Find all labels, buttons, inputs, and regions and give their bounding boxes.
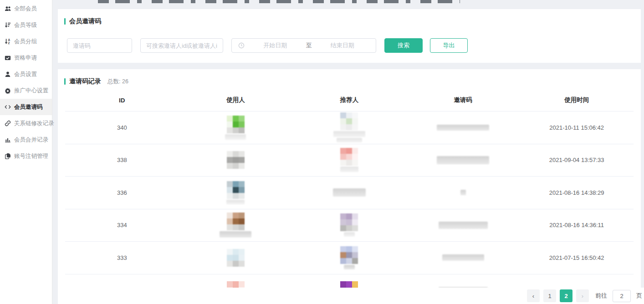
sort-amount-icon <box>5 22 11 28</box>
cell-user <box>179 151 293 169</box>
pagination-unit-label: 页 <box>636 292 642 300</box>
cell-user <box>179 281 293 288</box>
pagination-next-button[interactable]: › <box>576 289 589 302</box>
cell-id: 333 <box>65 254 179 261</box>
cell-id: 334 <box>65 222 179 228</box>
sidebar-item-label: 会员等级 <box>14 21 37 29</box>
blurred-avatar <box>227 281 245 288</box>
table-row: 333 2021-07-15 16:50:42 <box>65 241 634 274</box>
table-row: 340 2021-10-11 15:06:42 <box>65 111 634 144</box>
blurred-avatar <box>340 281 358 288</box>
sidebar-item-promotion-settings[interactable]: 推广中心设置 <box>0 82 52 99</box>
sidebar: 全部会员 会员等级 AZ 会员分组 资格申请 会员设置 推广中心设置 会员邀请码… <box>0 0 52 304</box>
cell-used-time: 2021-10-11 15:06:42 <box>520 124 634 131</box>
cell-referrer <box>292 188 406 197</box>
section-accent-bar <box>64 78 66 85</box>
blurred-avatar <box>227 116 245 133</box>
user-icon <box>5 71 11 77</box>
blurred-avatar <box>340 112 358 130</box>
link-icon <box>5 120 11 127</box>
blurred-avatar <box>227 151 245 169</box>
cell-referrer <box>292 213 406 237</box>
cell-referrer <box>292 112 406 142</box>
date-range-separator: 至 <box>304 41 314 50</box>
sidebar-item-label: 会员设置 <box>14 71 37 78</box>
sidebar-item-merge-log[interactable]: 会员合并记录 <box>0 132 52 148</box>
column-header-user: 使用人 <box>179 96 293 104</box>
pagination-page-2-button[interactable]: 2 <box>560 289 572 302</box>
file-copy-icon <box>5 153 11 159</box>
cell-referrer <box>292 281 406 288</box>
cell-id: 336 <box>65 189 179 196</box>
cell-user <box>179 181 293 204</box>
sidebar-item-member-levels[interactable]: 会员等级 <box>0 17 52 33</box>
blurred-avatar <box>227 249 245 267</box>
blurred-username <box>333 131 365 137</box>
blurred-username <box>220 231 251 238</box>
search-button[interactable]: 搜索 <box>384 38 423 53</box>
cell-code <box>406 190 520 195</box>
table-row: 334 2021-08-16 14:36:11 <box>65 209 634 242</box>
cell-referrer <box>292 246 406 269</box>
inviter-id-search-input[interactable] <box>140 38 223 53</box>
sort-alpha-icon: AZ <box>5 38 11 45</box>
users-icon <box>5 5 11 12</box>
cell-id: 340 <box>65 124 179 131</box>
column-header-code: 邀请码 <box>406 96 520 104</box>
pagination-page-1-button[interactable]: 1 <box>543 289 556 302</box>
sidebar-item-member-groups[interactable]: AZ 会员分组 <box>0 33 52 50</box>
svg-text:Z: Z <box>8 41 10 45</box>
gear-icon <box>5 87 11 94</box>
export-button[interactable]: 导出 <box>430 38 468 53</box>
blurred-code <box>437 125 489 131</box>
sidebar-item-qualification[interactable]: 资格申请 <box>0 50 52 66</box>
cell-user <box>179 249 293 267</box>
section-accent-bar <box>64 18 66 25</box>
records-section-title: 邀请码记录 <box>69 77 101 86</box>
blurred-code <box>442 254 484 261</box>
code-icon <box>5 104 11 110</box>
table-row: 338 2021-09-04 13:57:33 <box>65 144 634 177</box>
blurred-username <box>344 232 355 237</box>
blurred-username <box>226 200 245 204</box>
cell-code <box>406 125 520 131</box>
cell-used-time: 2021-08-16 14:38:29 <box>520 189 634 196</box>
blurred-username <box>225 134 246 140</box>
cutoff-header-remnant <box>98 0 460 3</box>
blurred-code <box>460 190 466 195</box>
filter-section-title: 会员邀请码 <box>69 17 101 25</box>
table-row: 336 2021-08-16 14:38:29 <box>65 176 634 209</box>
sidebar-item-member-settings[interactable]: 会员设置 <box>0 66 52 82</box>
sidebar-item-label: 账号注销管理 <box>14 152 48 160</box>
column-header-id: ID <box>65 97 179 104</box>
pagination-goto-label: 前往 <box>595 292 607 300</box>
sidebar-item-label: 会员合并记录 <box>14 136 48 144</box>
blurred-code <box>437 156 489 164</box>
sidebar-item-account-cancellation[interactable]: 账号注销管理 <box>0 148 52 164</box>
pagination-goto-input[interactable] <box>613 290 631 302</box>
cell-referrer <box>292 148 406 172</box>
end-date-placeholder: 结束日期 <box>314 41 372 50</box>
sidebar-item-label: 会员分组 <box>14 38 37 46</box>
start-date-placeholder: 开始日期 <box>246 41 304 50</box>
table-row: 332 2021-05-27 10:27:44 <box>65 274 634 288</box>
sidebar-item-all-members[interactable]: 全部会员 <box>0 0 52 17</box>
cell-used-time: 2021-07-15 16:50:42 <box>520 254 634 261</box>
table-header-row: ID 使用人 推荐人 邀请码 使用时间 <box>65 89 634 111</box>
sidebar-item-relation-log[interactable]: 关系链修改记录 <box>0 115 52 132</box>
cell-code <box>406 156 520 164</box>
pagination-prev-button[interactable]: ‹ <box>527 289 540 302</box>
blurred-avatar <box>227 213 245 230</box>
sidebar-item-invitation-codes[interactable]: 会员邀请码 <box>0 99 52 115</box>
invitation-code-input[interactable] <box>67 38 132 53</box>
column-header-referrer: 推荐人 <box>292 96 406 104</box>
blurred-code <box>439 222 488 229</box>
records-table: ID 使用人 推荐人 邀请码 使用时间 340 2021-10-11 15:06… <box>65 89 634 288</box>
records-total-count: 总数: 26 <box>107 78 128 86</box>
sidebar-item-label: 推广中心设置 <box>14 87 48 95</box>
cell-used-time: 2021-08-16 14:36:11 <box>520 222 634 228</box>
cell-code <box>406 222 520 229</box>
date-range-picker[interactable]: 开始日期 至 结束日期 <box>231 38 376 53</box>
pagination-bar: ‹ 1 2 › 前往 页 <box>58 288 644 304</box>
chart-bar-icon <box>5 137 11 143</box>
